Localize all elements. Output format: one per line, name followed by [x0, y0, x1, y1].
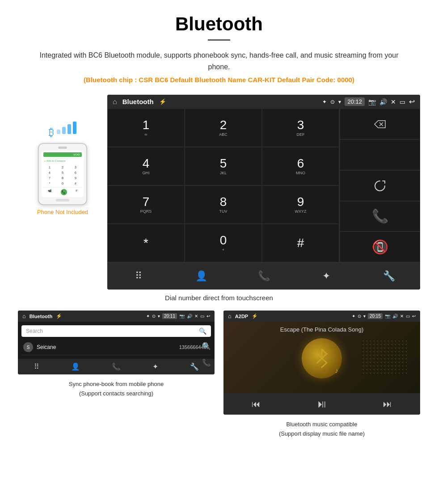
dial-key-8[interactable]: 8 TUV — [185, 185, 262, 224]
pb-search-icon-right[interactable]: 🔍 — [202, 342, 211, 350]
pb-home-icon[interactable]: ⌂ — [22, 313, 26, 319]
contact-name: Seicane — [37, 344, 179, 350]
pb-usb-icon: ⚡ — [56, 313, 62, 319]
search-bar[interactable]: Search 🔍 — [21, 325, 211, 337]
close-icon[interactable]: ✕ — [391, 98, 396, 105]
call-button[interactable]: 📞 — [340, 201, 420, 232]
dial-key-6[interactable]: 6 MNO — [262, 147, 339, 185]
album-bt-icon — [313, 347, 330, 370]
empty-cell-1 — [340, 139, 420, 170]
recent-calls-button[interactable] — [340, 170, 420, 201]
phonebook-screen: ⌂ Bluetooth ⚡ ✦ ⊙ ▾ 20:11 📷 🔊 ✕ ▭ ↩ — [18, 311, 215, 374]
phone-camera — [58, 147, 67, 149]
description-text: Integrated with BC6 Bluetooth module, su… — [0, 50, 438, 72]
dial-key-hash[interactable]: # — [262, 224, 339, 262]
phonebook-bottom-nav: ⠿ 👤 📞 ✦ 🔧 — [18, 359, 215, 374]
music-close-icon[interactable]: ✕ — [400, 314, 404, 319]
dial-key-9[interactable]: 9 WXYZ — [262, 185, 339, 224]
usb-icon: ⚡ — [159, 98, 166, 105]
pb-contacts-btn[interactable]: 👤 — [71, 362, 80, 371]
bt-status-icon: ✦ — [322, 99, 327, 105]
title-divider — [208, 39, 230, 41]
pb-calls-btn[interactable]: 📞 — [112, 362, 121, 371]
bottom-screenshots: ⌂ Bluetooth ⚡ ✦ ⊙ ▾ 20:11 📷 🔊 ✕ ▭ ↩ — [18, 311, 420, 439]
backspace-button[interactable] — [340, 109, 420, 139]
music-note-icon: ♪ — [335, 367, 338, 375]
camera-icon[interactable]: 📷 — [368, 98, 376, 105]
dial-key-4[interactable]: 4 GHI — [107, 147, 185, 185]
music-status-bar: ⌂ A2DP ⚡ ✦ ⊙ ▾ 20:15 📷 🔊 ✕ ▭ ↩ — [223, 311, 420, 322]
dial-key-0[interactable]: 0 + — [185, 224, 262, 262]
skip-back-button[interactable]: ⏮ — [252, 399, 261, 409]
album-art: ♪ — [302, 338, 342, 378]
home-icon[interactable]: ⌂ — [113, 98, 117, 106]
contact-avatar: S — [23, 342, 33, 352]
search-icon[interactable]: 🔍 — [199, 328, 206, 335]
dial-key-1[interactable]: 1 ∞ — [107, 109, 185, 147]
phone-mockup: VOID + Add to Contacts 1 2 3 4 5 6 7 8 9… — [38, 143, 87, 205]
pb-camera-icon[interactable]: 📷 — [179, 314, 185, 319]
end-call-button[interactable]: 📵 — [340, 231, 420, 262]
pb-back-icon[interactable]: ↩ — [206, 314, 210, 319]
window-icon[interactable]: ▭ — [400, 98, 405, 105]
pb-time: 20:11 — [162, 313, 177, 319]
phone-home-btn — [56, 199, 69, 202]
volume-icon[interactable]: 🔊 — [379, 98, 387, 105]
search-placeholder: Search — [26, 328, 43, 334]
dial-key-5[interactable]: 5 JKL — [185, 147, 262, 185]
pb-phone-icon-right[interactable]: 📞 — [202, 358, 211, 367]
music-controls: ⏮ ⏯ ⏭ — [223, 393, 420, 415]
music-camera-icon[interactable]: 📷 — [385, 314, 390, 319]
pb-settings-btn[interactable]: 🔧 — [190, 362, 199, 371]
music-usb-icon: ⚡ — [252, 313, 258, 319]
phonebook-item: ⌂ Bluetooth ⚡ ✦ ⊙ ▾ 20:11 📷 🔊 ✕ ▭ ↩ — [18, 311, 215, 439]
dial-key-2[interactable]: 2 ABC — [185, 109, 262, 147]
add-contact-label: + Add to Contacts — [43, 158, 82, 163]
pb-win-icon[interactable]: ▭ — [200, 314, 204, 319]
bluetooth-nav-button[interactable]: ✦ — [315, 267, 337, 285]
pb-signal-icon: ▾ — [158, 314, 160, 319]
music-back-icon[interactable]: ↩ — [412, 314, 416, 319]
phone-not-included-label: Phone Not Included — [37, 209, 88, 215]
pb-close-icon[interactable]: ✕ — [194, 314, 198, 319]
car-status-bar: ⌂ Bluetooth ⚡ ✦ ⊙ ▾ 20:12 📷 🔊 ✕ ▭ ↩ — [107, 95, 420, 109]
dialer-keys: 1 ∞ 2 ABC 3 DEF 4 GHI 5 JKL — [107, 109, 340, 262]
dial-key-star[interactable]: * — [107, 224, 185, 262]
bluetooth-icon: ₿ — [49, 126, 54, 139]
music-signal-icon: ▾ — [363, 314, 366, 319]
back-icon[interactable]: ↩ — [409, 97, 415, 106]
signal-waves — [57, 122, 76, 134]
pb-dialpad-btn[interactable]: ⠿ — [34, 362, 39, 371]
page-title: Bluetooth — [0, 0, 438, 39]
main-caption: Dial number direct from touchscreen — [0, 294, 438, 302]
car-bottom-nav: ⠿ 👤 📞 ✦ 🔧 — [107, 262, 420, 290]
dial-key-3[interactable]: 3 DEF — [262, 109, 339, 147]
car-screen-main: ⌂ Bluetooth ⚡ ✦ ⊙ ▾ 20:12 📷 🔊 ✕ ▭ ↩ 1 — [107, 95, 420, 290]
car-app-name: Bluetooth — [122, 98, 154, 105]
dialer-right: 📞 📵 — [340, 109, 420, 262]
music-location-icon: ⊙ — [358, 314, 361, 319]
music-vol-icon[interactable]: 🔊 — [392, 314, 398, 319]
music-body: Escape (The Pina Colada Song) ♪ — [223, 322, 420, 393]
contacts-nav-button[interactable]: 👤 — [190, 267, 212, 285]
pb-app-name: Bluetooth — [29, 314, 52, 319]
skip-forward-button[interactable]: ⏭ — [383, 399, 392, 409]
dialpad-nav-button[interactable]: ⠿ — [127, 267, 150, 285]
music-caption: Bluetooth music compatible (Support disp… — [279, 420, 365, 439]
play-pause-button[interactable]: ⏯ — [316, 398, 327, 410]
contact-row[interactable]: S Seicane 13566664466 — [21, 340, 211, 355]
pb-vol-icon[interactable]: 🔊 — [187, 314, 192, 319]
music-screen: ⌂ A2DP ⚡ ✦ ⊙ ▾ 20:15 📷 🔊 ✕ ▭ ↩ — [223, 311, 420, 415]
music-time: 20:15 — [368, 313, 383, 319]
music-win-icon[interactable]: ▭ — [406, 314, 410, 319]
music-home-icon[interactable]: ⌂ — [228, 313, 232, 319]
pb-bt-icon: ✦ — [146, 314, 150, 319]
dial-key-7[interactable]: 7 PQRS — [107, 185, 185, 224]
calls-nav-button[interactable]: 📞 — [253, 267, 275, 285]
pb-bt-btn[interactable]: ✦ — [152, 362, 158, 371]
svg-rect-3 — [362, 340, 407, 375]
dot-pattern — [362, 340, 407, 375]
phonebook-body: Search 🔍 S Seicane 13566664466 🔍 📞 ↻ — [18, 322, 215, 359]
settings-nav-button[interactable]: 🔧 — [378, 267, 400, 285]
music-bt-icon: ✦ — [352, 314, 355, 319]
